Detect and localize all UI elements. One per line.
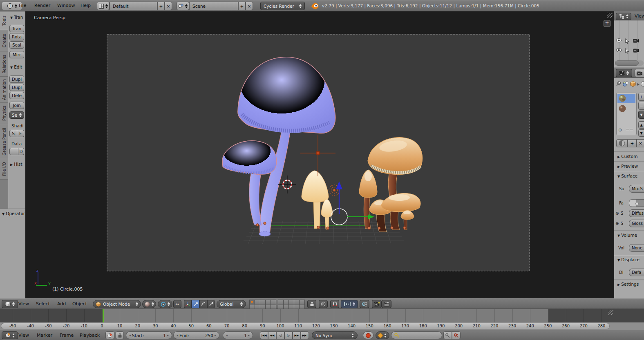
join-button[interactable]: Join bbox=[9, 102, 24, 109]
playhead[interactable] bbox=[103, 309, 104, 322]
duplicate-linked-button[interactable]: Dupl bbox=[9, 84, 24, 91]
shader1-dropdown[interactable]: Diffus bbox=[629, 209, 644, 217]
restrict-render-icon-row2[interactable] bbox=[633, 48, 639, 53]
screen-layout-icon-button[interactable] bbox=[97, 2, 110, 10]
layer-buttons-group-1[interactable] bbox=[249, 300, 276, 309]
restrict-select-icon-row1[interactable] bbox=[625, 38, 629, 44]
pivot-point-dropdown[interactable] bbox=[158, 300, 172, 308]
menu-file[interactable]: File bbox=[19, 0, 26, 11]
tool-shelf-tab-physics[interactable]: Physics bbox=[0, 103, 8, 124]
expand-icon[interactable]: ⊕ bbox=[615, 211, 619, 216]
layer-button-6[interactable] bbox=[249, 304, 255, 309]
menu-window[interactable]: Window bbox=[57, 0, 75, 11]
view3d-editor-type-button[interactable] bbox=[2, 300, 18, 308]
opengl-render-animation-button[interactable] bbox=[382, 300, 391, 308]
material-slot-selected[interactable] bbox=[617, 94, 635, 103]
active-keying-set-field[interactable] bbox=[391, 331, 442, 339]
panel-header-custom-properties[interactable]: ▶Custom bbox=[617, 154, 644, 159]
properties-editor-type-button[interactable] bbox=[616, 69, 632, 77]
auto-keyframe-record-button[interactable] bbox=[363, 331, 373, 339]
restrict-view-icon-row2[interactable] bbox=[616, 48, 622, 52]
transform-orientation-dropdown[interactable]: Global bbox=[217, 300, 246, 308]
material-specials-menu[interactable]: ▼ bbox=[638, 111, 644, 119]
translate-button[interactable]: Tran bbox=[9, 25, 24, 32]
render-engine-select[interactable]: Cycles Render bbox=[260, 2, 305, 10]
panel-header-operator[interactable]: ▼Operator bbox=[2, 211, 25, 216]
start-frame-field[interactable]: ◂ Start: 1 ▸ bbox=[126, 331, 172, 339]
delete-button[interactable]: Dele bbox=[9, 92, 24, 99]
fac-slider[interactable] bbox=[629, 199, 644, 207]
properties-shelf-expand-button[interactable]: + bbox=[604, 20, 610, 27]
displacement-dropdown[interactable]: Defa bbox=[629, 269, 644, 276]
current-frame-field[interactable]: ◂ 1 ▸ bbox=[223, 331, 253, 339]
timeline-menu-marker[interactable]: Marker bbox=[37, 330, 52, 340]
menu-help[interactable]: Help bbox=[80, 0, 91, 11]
end-frame-field[interactable]: ◂ End: 250 ▸ bbox=[173, 331, 219, 339]
tool-shelf-tab-tools[interactable]: Tools bbox=[0, 11, 8, 30]
layer-button-18[interactable] bbox=[288, 304, 294, 309]
screen-layout-name-field[interactable]: Default bbox=[110, 2, 157, 10]
layer-button-8[interactable] bbox=[260, 304, 266, 309]
decrement-arrow[interactable]: ◂ bbox=[177, 333, 178, 337]
panel-header-displacement[interactable]: ▼Displace bbox=[617, 257, 644, 262]
pin-icon[interactable] bbox=[615, 81, 622, 87]
set-origin-dropdown[interactable]: Se bbox=[9, 111, 24, 119]
jump-to-start-button[interactable]: |◀◀ bbox=[260, 331, 268, 339]
layer-buttons-group-2[interactable] bbox=[278, 300, 304, 309]
timeline-resize-grip[interactable] bbox=[608, 310, 613, 315]
outliner-view-menu[interactable]: View bbox=[635, 12, 644, 21]
manipulator-scale-toggle[interactable] bbox=[207, 300, 215, 308]
manipulator-rotate-toggle[interactable] bbox=[199, 300, 207, 308]
panel-header-preview[interactable]: ▶Preview bbox=[617, 164, 644, 169]
layer-button-19[interactable] bbox=[294, 304, 300, 309]
menu-render[interactable]: Render bbox=[34, 0, 50, 11]
render-tab-button[interactable] bbox=[635, 69, 644, 77]
volume-shader-dropdown[interactable]: None bbox=[629, 244, 644, 252]
material-slot[interactable] bbox=[617, 104, 635, 113]
material-slot-remove-button[interactable]: − bbox=[638, 102, 644, 110]
data-layout-button[interactable]: D bbox=[18, 148, 24, 155]
add-screen-layout-button[interactable]: + bbox=[157, 2, 165, 10]
scale-button[interactable]: Scal bbox=[9, 41, 24, 49]
layer-button-20[interactable] bbox=[299, 304, 305, 309]
panel-header-transform[interactable]: ▼Tran bbox=[10, 15, 25, 20]
rotate-button[interactable]: Rota bbox=[9, 33, 24, 40]
data-transfer-button[interactable] bbox=[9, 148, 18, 155]
delete-keyframe-button[interactable] bbox=[452, 331, 461, 339]
material-new-button[interactable]: + bbox=[628, 139, 637, 147]
panel-header-surface[interactable]: ▼Surface bbox=[617, 173, 644, 178]
scene-name-field[interactable]: Scene bbox=[189, 2, 238, 10]
layer-button-17[interactable] bbox=[283, 304, 289, 309]
restrict-render-icon-row1[interactable] bbox=[633, 38, 639, 43]
decrement-arrow[interactable]: ◂ bbox=[129, 333, 131, 337]
slot-filter-icon[interactable]: == bbox=[626, 127, 633, 132]
scene-context-icon[interactable] bbox=[622, 81, 629, 87]
shade-smooth-button[interactable]: S bbox=[9, 130, 17, 137]
delete-screen-layout-button[interactable]: × bbox=[165, 2, 172, 10]
snap-toggle[interactable] bbox=[330, 300, 339, 308]
mode-dropdown[interactable]: Object Mode bbox=[93, 300, 141, 308]
restrict-select-icon-row2[interactable] bbox=[625, 48, 629, 53]
proportional-edit-toggle[interactable] bbox=[319, 300, 328, 308]
tool-shelf-tab-relations[interactable]: Relations bbox=[0, 51, 8, 77]
surface-shader-dropdown[interactable]: Mix S bbox=[629, 185, 644, 193]
panel-header-edit[interactable]: ▼Edit bbox=[10, 64, 25, 69]
increment-arrow[interactable]: ▸ bbox=[167, 333, 169, 337]
viewport-shading-dropdown[interactable] bbox=[142, 300, 156, 308]
material-slot-move-up-button[interactable]: ▲ bbox=[638, 121, 644, 129]
manipulator-translate-toggle[interactable] bbox=[192, 300, 199, 308]
menu-select[interactable]: Select bbox=[36, 299, 50, 309]
add-slot-icon[interactable]: ⊕ bbox=[618, 127, 622, 133]
material-unlink-button[interactable]: ✕ bbox=[637, 139, 644, 147]
material-slot-add-button[interactable]: + bbox=[638, 93, 644, 101]
duplicate-button[interactable]: Dupl bbox=[9, 76, 24, 83]
insert-keyframe-button[interactable] bbox=[443, 331, 452, 339]
timeline-menu-view[interactable]: View bbox=[18, 330, 29, 340]
panel-header-settings[interactable]: ▶Settings bbox=[617, 282, 644, 287]
snap-element-dropdown[interactable] bbox=[341, 300, 358, 308]
timeline-menu-frame[interactable]: Frame bbox=[60, 330, 74, 340]
outliner-scrollbar[interactable] bbox=[615, 60, 644, 66]
add-scene-button[interactable]: + bbox=[238, 2, 246, 10]
increment-arrow[interactable]: ▸ bbox=[215, 333, 216, 337]
jump-to-next-keyframe-button[interactable]: ▶▶ bbox=[293, 331, 301, 339]
